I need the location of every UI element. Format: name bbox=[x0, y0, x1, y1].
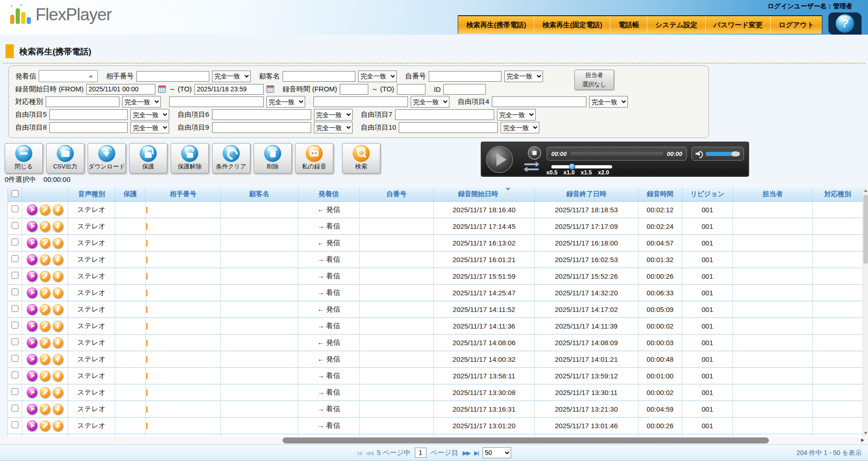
row-play-icon[interactable] bbox=[27, 271, 37, 281]
vertical-scrollbar[interactable] bbox=[862, 187, 868, 437]
row-download-icon[interactable] bbox=[53, 337, 63, 348]
row-edit-icon[interactable] bbox=[40, 387, 50, 398]
duration-to-input[interactable] bbox=[397, 84, 425, 95]
rec-start-to-input[interactable] bbox=[195, 84, 264, 95]
row-edit-icon[interactable] bbox=[40, 271, 50, 281]
row-download-icon[interactable] bbox=[53, 420, 63, 431]
row-checkbox[interactable] bbox=[12, 388, 18, 395]
column-header[interactable]: 自番号 bbox=[360, 187, 434, 201]
row-checkbox[interactable] bbox=[12, 239, 18, 245]
column-header[interactable]: 対応種別 bbox=[813, 187, 863, 201]
rec-start-from-input[interactable] bbox=[86, 84, 155, 95]
column-header[interactable]: 相手番号 bbox=[146, 187, 221, 201]
first-page-button[interactable]: |◀ bbox=[357, 449, 361, 456]
row-download-icon[interactable] bbox=[53, 404, 63, 414]
row-edit-icon[interactable] bbox=[40, 371, 50, 381]
row-checkbox[interactable] bbox=[12, 222, 18, 229]
free-item9-match-select[interactable]: 完全一致 bbox=[314, 122, 353, 133]
row-play-icon[interactable] bbox=[27, 254, 37, 265]
row-checkbox[interactable] bbox=[12, 305, 18, 312]
free-item5-match-select[interactable]: 完全一致 bbox=[130, 109, 169, 120]
column-header[interactable]: 担当者 bbox=[733, 187, 813, 201]
row-edit-icon[interactable] bbox=[40, 321, 50, 331]
row-play-icon[interactable] bbox=[27, 354, 37, 365]
column-header[interactable]: 保護 bbox=[115, 187, 146, 201]
nav-item-2[interactable]: 電話帳 bbox=[610, 16, 647, 34]
speed-slider[interactable] bbox=[551, 165, 612, 168]
toolbar-button-my-recordings[interactable]: 私の録音 bbox=[295, 143, 333, 174]
speed-thumb[interactable] bbox=[569, 163, 575, 170]
column-header[interactable]: 録音終了日時 bbox=[535, 187, 638, 201]
scroll-down-arrow-icon[interactable] bbox=[864, 432, 868, 435]
row-checkbox[interactable] bbox=[12, 371, 18, 378]
row-play-icon[interactable] bbox=[27, 238, 37, 248]
prev-page-button[interactable]: ◀◀ bbox=[366, 449, 373, 456]
row-edit-icon[interactable] bbox=[40, 238, 50, 248]
row-download-icon[interactable] bbox=[53, 271, 63, 281]
calendar-icon[interactable] bbox=[158, 85, 166, 93]
own-number-input[interactable] bbox=[429, 71, 502, 82]
nav-item-3[interactable]: システム設定 bbox=[647, 16, 705, 34]
row-play-icon[interactable] bbox=[27, 387, 37, 398]
row-checkbox[interactable] bbox=[12, 205, 18, 212]
scroll-right-arrow-icon[interactable] bbox=[861, 438, 864, 442]
row-download-icon[interactable] bbox=[53, 204, 63, 215]
free-item3-input[interactable] bbox=[313, 96, 408, 107]
select-all-checkbox[interactable] bbox=[12, 190, 18, 197]
volume-slider[interactable] bbox=[706, 152, 740, 156]
response-type-match-select[interactable]: 完全一致 bbox=[122, 96, 161, 108]
row-play-icon[interactable] bbox=[27, 221, 37, 232]
row-edit-icon[interactable] bbox=[40, 204, 50, 215]
stop-button[interactable] bbox=[528, 146, 541, 160]
response-type-input[interactable] bbox=[46, 96, 119, 107]
free-item10-input[interactable] bbox=[399, 122, 498, 133]
free-item8-input[interactable] bbox=[49, 122, 128, 133]
nav-item-0[interactable]: 検索再生(携帯電話) bbox=[458, 16, 534, 34]
row-edit-icon[interactable] bbox=[40, 420, 50, 431]
customer-match-select[interactable]: 完全一致 bbox=[358, 71, 397, 82]
column-header[interactable]: 音声種別 bbox=[68, 187, 115, 201]
column-header[interactable]: リビジョン bbox=[682, 187, 733, 201]
row-checkbox[interactable] bbox=[12, 288, 18, 295]
row-edit-icon[interactable] bbox=[40, 304, 50, 315]
row-checkbox[interactable] bbox=[12, 338, 18, 345]
row-checkbox[interactable] bbox=[12, 322, 18, 329]
scroll-up-arrow-icon[interactable] bbox=[864, 189, 868, 192]
row-checkbox[interactable] bbox=[12, 421, 18, 428]
toolbar-button-csv-folder[interactable]: CSV出力 bbox=[46, 143, 84, 174]
free-item7-input[interactable] bbox=[395, 109, 494, 120]
free-item4-input[interactable] bbox=[492, 96, 586, 107]
volume-thumb[interactable] bbox=[732, 151, 739, 156]
nav-item-5[interactable]: ログアウト bbox=[770, 16, 822, 34]
speaker-icon[interactable] bbox=[696, 150, 703, 157]
toolbar-button-search[interactable]: 検索 bbox=[342, 143, 380, 174]
row-download-icon[interactable] bbox=[53, 238, 63, 248]
direction-select[interactable] bbox=[39, 70, 98, 82]
row-edit-icon[interactable] bbox=[40, 404, 50, 414]
nav-item-1[interactable]: 検索再生(固定電話) bbox=[534, 16, 610, 34]
row-download-icon[interactable] bbox=[53, 321, 63, 331]
row-edit-icon[interactable] bbox=[40, 287, 50, 298]
toolbar-button-lock[interactable]: 保護 bbox=[129, 143, 167, 174]
seek-bar[interactable] bbox=[570, 152, 663, 156]
row-play-icon[interactable] bbox=[27, 304, 37, 315]
row-download-icon[interactable] bbox=[53, 371, 63, 381]
repeat-icon[interactable] bbox=[524, 162, 539, 173]
row-play-icon[interactable] bbox=[27, 337, 37, 348]
column-header[interactable]: 録音時間 bbox=[638, 187, 682, 201]
vertical-scroll-thumb[interactable] bbox=[863, 195, 868, 264]
row-checkbox[interactable] bbox=[12, 272, 18, 279]
staff-select-button[interactable]: 担当者 選択なし bbox=[574, 70, 614, 90]
nav-item-4[interactable]: パスワード変更 bbox=[705, 16, 770, 34]
row-checkbox[interactable] bbox=[12, 405, 18, 412]
row-play-icon[interactable] bbox=[27, 321, 37, 331]
toolbar-button-download-arrow[interactable]: ダウンロード bbox=[88, 143, 126, 174]
last-page-button[interactable]: ▶| bbox=[474, 449, 478, 456]
partner-number-input[interactable] bbox=[136, 71, 209, 82]
column-header[interactable]: 録音開始日時 bbox=[434, 187, 535, 201]
free-item5-input[interactable] bbox=[49, 109, 128, 120]
page-size-select[interactable]: 50 bbox=[483, 447, 511, 458]
own-match-select[interactable]: 完全一致 bbox=[504, 71, 543, 82]
toolbar-button-close-minus[interactable]: 閉じる bbox=[5, 143, 43, 174]
calendar-icon[interactable] bbox=[266, 85, 274, 93]
